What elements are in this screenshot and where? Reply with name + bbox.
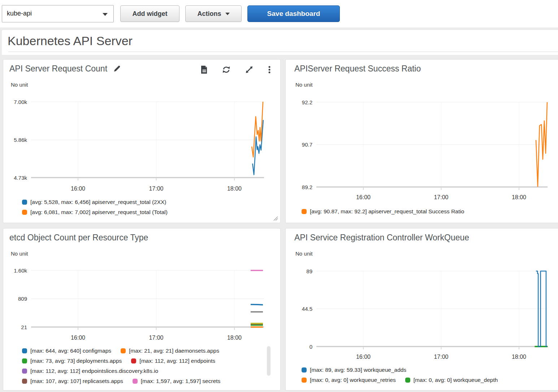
y-tick-label: 809 bbox=[18, 296, 27, 302]
legend-scrollbar[interactable] bbox=[267, 346, 271, 376]
edit-pencil-icon[interactable] bbox=[113, 65, 121, 73]
x-tick-label: 16:00 bbox=[356, 354, 371, 360]
series-line bbox=[536, 102, 547, 186]
legend-color-swatch bbox=[22, 379, 27, 384]
legend-row: [avg: 90.87, max: 92.2] apiserver_reques… bbox=[302, 206, 464, 217]
legend-item[interactable]: [max: 0, avg: 0] workqueue_depth bbox=[405, 377, 498, 383]
x-tick-label: 16:00 bbox=[71, 186, 85, 192]
title-band: Kubernetes API Server bbox=[2, 30, 558, 55]
y-tick-label: 89 bbox=[306, 268, 312, 274]
legend-item[interactable]: [max: 107, avg: 107] replicasets.apps bbox=[22, 378, 123, 384]
legend-color-swatch bbox=[22, 210, 27, 215]
legend-color-swatch bbox=[302, 367, 307, 373]
legend-label: [max: 21, avg: 21] daemonsets.apps bbox=[129, 348, 219, 354]
legend-color-swatch bbox=[22, 348, 27, 353]
success-ratio-chart[interactable]: 92.290.789.216:0017:0018:00 bbox=[286, 96, 558, 204]
legend-item[interactable]: [avg: 5,528, max: 6,456] apiserver_reque… bbox=[22, 199, 166, 205]
legend-label: [max: 0, avg: 0] workqueue_retries bbox=[310, 377, 396, 383]
legend-label: [max: 644, avg: 640] configmaps bbox=[30, 348, 111, 354]
widget-toolbar bbox=[200, 65, 272, 74]
save-dashboard-label: Save dashboard bbox=[267, 10, 320, 18]
widget-title: API Server Request Count bbox=[9, 64, 107, 74]
legend-color-swatch bbox=[302, 209, 307, 214]
chart-legend: [max: 89, avg: 59.33] workqueue_adds[max… bbox=[302, 365, 498, 385]
add-widget-button[interactable]: Add widget bbox=[120, 5, 179, 22]
chevron-down-icon bbox=[225, 13, 230, 15]
widget-request-success-ratio: APIServer Request Success Ratio No unit … bbox=[285, 59, 558, 223]
title-divider bbox=[8, 52, 558, 52]
unit-label: No unit bbox=[11, 251, 28, 257]
legend-label: [max: 107, avg: 107] replicasets.apps bbox=[30, 378, 123, 384]
resize-handle[interactable] bbox=[273, 216, 278, 221]
legend-row: [max: 107, avg: 107] replicasets.apps[ma… bbox=[22, 376, 220, 386]
etcd-object-count-chart[interactable]: 1.60k8092116:0017:0018:00 bbox=[3, 265, 281, 344]
legend-item[interactable]: [max: 73, avg: 73] deployments.apps bbox=[22, 358, 122, 364]
unit-label: No unit bbox=[295, 251, 313, 257]
legend-row: [avg: 5,528, max: 6,456] apiserver_reque… bbox=[22, 197, 168, 207]
legend-color-swatch bbox=[405, 378, 410, 383]
legend-label: [max: 89, avg: 59.33] workqueue_adds bbox=[310, 367, 406, 373]
request-count-chart[interactable]: 7.00k5.86k4.73k16:0017:0018:00 bbox=[3, 96, 281, 193]
legend-item[interactable]: [max: 1,597, avg: 1,597] secrets bbox=[133, 378, 221, 384]
x-tick-label: 17:00 bbox=[149, 335, 163, 341]
legend-item[interactable]: [max: 21, avg: 21] daemonsets.apps bbox=[121, 348, 219, 354]
legend-label: [max: 0, avg: 0] workqueue_depth bbox=[414, 377, 498, 383]
menu-kebab-icon[interactable] bbox=[267, 65, 272, 74]
legend-label: [max: 112, avg: 112] endpointslices.disc… bbox=[30, 368, 158, 374]
widget-etcd-object-count: etcd Object Count per Resource Type No u… bbox=[3, 228, 281, 391]
x-tick-label: 16:00 bbox=[71, 335, 85, 341]
legend-item[interactable]: [avg: 6,081, max: 7,002] apiserver_reque… bbox=[22, 209, 168, 215]
legend-label: [max: 73, avg: 73] deployments.apps bbox=[30, 358, 122, 364]
legend-item[interactable]: [max: 0, avg: 0] workqueue_retries bbox=[302, 377, 396, 383]
x-tick-label: 18:00 bbox=[227, 335, 242, 341]
series-line bbox=[251, 305, 263, 305]
legend-label: [avg: 6,081, max: 7,002] apiserver_reque… bbox=[30, 209, 168, 215]
legend-row: [avg: 6,081, max: 7,002] apiserver_reque… bbox=[22, 207, 168, 217]
y-tick-label: 0 bbox=[310, 344, 312, 350]
widget-api-server-request-count: API Server Request Count bbox=[3, 59, 281, 223]
top-toolbar: kube-api Add widget Actions Save dashboa… bbox=[0, 0, 558, 27]
x-tick-label: 17:00 bbox=[149, 186, 163, 192]
actions-button[interactable]: Actions bbox=[185, 5, 242, 22]
legend-row: [max: 73, avg: 73] deployments.apps[max:… bbox=[22, 356, 220, 366]
legend-item[interactable]: [max: 644, avg: 640] configmaps bbox=[22, 348, 111, 354]
legend-color-swatch bbox=[22, 358, 27, 363]
widget-title: API Service Registration Controller Work… bbox=[294, 233, 469, 243]
legend-row: [max: 89, avg: 59.33] workqueue_adds bbox=[302, 365, 498, 375]
legend-color-swatch bbox=[121, 348, 126, 353]
add-widget-label: Add widget bbox=[133, 10, 168, 18]
chart-legend: [avg: 90.87, max: 92.2] apiserver_reques… bbox=[302, 206, 464, 217]
save-dashboard-button[interactable]: Save dashboard bbox=[247, 5, 340, 22]
x-tick-label: 18:00 bbox=[512, 194, 526, 200]
page-title: Kubernetes API Server bbox=[8, 34, 133, 48]
legend-item[interactable]: [max: 112, avg: 112] endpoints bbox=[131, 358, 215, 364]
legend-row: [max: 112, avg: 112] endpointslices.disc… bbox=[22, 366, 220, 376]
legend-label: [max: 1,597, avg: 1,597] secrets bbox=[141, 378, 221, 384]
logs-document-icon[interactable] bbox=[200, 65, 208, 74]
y-tick-label: 89.2 bbox=[302, 184, 312, 190]
x-tick-label: 18:00 bbox=[512, 354, 526, 360]
chevron-down-icon bbox=[103, 13, 108, 16]
dashboard-page: kube-api Add widget Actions Save dashboa… bbox=[0, 0, 558, 392]
x-tick-label: 17:00 bbox=[434, 194, 448, 200]
y-tick-label: 7.00k bbox=[14, 99, 27, 105]
legend-label: [max: 112, avg: 112] endpoints bbox=[139, 358, 215, 364]
widget-registration-workqueue: API Service Registration Controller Work… bbox=[285, 228, 558, 391]
legend-item[interactable]: [max: 89, avg: 59.33] workqueue_adds bbox=[302, 367, 406, 373]
y-tick-label: 44.5 bbox=[302, 306, 312, 312]
expand-icon[interactable] bbox=[245, 65, 254, 74]
legend-color-swatch bbox=[22, 200, 27, 205]
legend-item[interactable]: [avg: 90.87, max: 92.2] apiserver_reques… bbox=[302, 208, 464, 215]
y-tick-label: 4.73k bbox=[14, 175, 27, 181]
workqueue-chart[interactable]: 8944.5016:0017:0018:00 bbox=[286, 265, 558, 362]
legend-row: [max: 644, avg: 640] configmaps[max: 21,… bbox=[22, 346, 220, 356]
widget-title: APIServer Request Success Ratio bbox=[294, 64, 421, 74]
dashboard-select[interactable]: kube-api bbox=[2, 5, 114, 22]
dashboard-select-value: kube-api bbox=[7, 10, 32, 17]
refresh-icon[interactable] bbox=[221, 65, 231, 74]
chart-legend: [avg: 5,528, max: 6,456] apiserver_reque… bbox=[22, 197, 168, 217]
legend-item[interactable]: [max: 112, avg: 112] endpointslices.disc… bbox=[22, 368, 158, 374]
y-tick-label: 90.7 bbox=[302, 141, 312, 148]
legend-color-swatch bbox=[302, 378, 307, 383]
x-tick-label: 18:00 bbox=[227, 186, 242, 192]
